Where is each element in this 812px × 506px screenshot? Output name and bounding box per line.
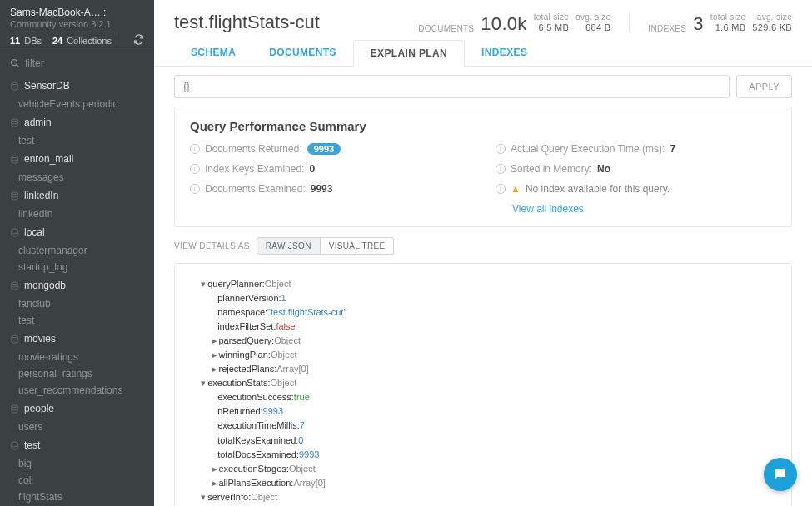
sidebar-coll-test[interactable]: test	[0, 132, 154, 149]
sidebar-coll-fanclub[interactable]: fanclub	[0, 295, 154, 312]
database-icon	[10, 82, 19, 91]
sidebar-db-movies[interactable]: movies	[0, 329, 154, 349]
content-area: Query Performance Summary i Documents Re…	[154, 107, 812, 506]
sidebar-db-enron_mail[interactable]: enron_mail	[0, 149, 154, 169]
help-fab[interactable]	[764, 458, 797, 491]
tab-explain-plan[interactable]: EXPLAIN PLAN	[353, 40, 465, 67]
row-sorted: i Sorted in Memory: No	[496, 163, 776, 175]
sidebar-coll-personal_ratings[interactable]: personal_ratings	[0, 365, 154, 382]
sidebar-db-test[interactable]: test	[0, 435, 154, 455]
collection-title: test.flightStats-cut	[174, 12, 398, 33]
keys-examined-label: Index Keys Examined:	[205, 163, 304, 175]
row-exec-time: i Actual Query Execution Time (ms): 7	[496, 143, 776, 155]
svg-point-3	[12, 118, 17, 121]
sidebar-db-people[interactable]: people	[0, 399, 154, 419]
db-label: SensorDB	[24, 80, 70, 92]
docs-returned-value: 9993	[307, 143, 341, 155]
tab-schema[interactable]: SCHEMA	[174, 40, 252, 66]
svg-point-4	[12, 155, 17, 157]
sidebar-coll-vehicleEvents.periodic[interactable]: vehicleEvents.periodic	[0, 96, 154, 112]
database-icon	[10, 404, 19, 414]
sidebar-db-SensorDB[interactable]: SensorDB	[0, 76, 154, 96]
db-label: admin	[24, 117, 52, 128]
stat-separator	[629, 12, 630, 32]
svg-line-1	[17, 65, 19, 67]
tab-bar: SCHEMA DOCUMENTS EXPLAIN PLAN INDEXES	[154, 40, 812, 67]
no-index-warning: No index available for this query.	[526, 183, 670, 195]
total-size-label: total size	[534, 12, 569, 22]
raw-json-button[interactable]: RAW JSON	[257, 237, 321, 255]
sidebar: Sams-MacBook-A… : Community version 3.2.…	[0, 0, 154, 506]
meta-sep: |	[46, 36, 48, 46]
meta-sep: |	[116, 36, 118, 46]
visual-tree-button[interactable]: VISUAL TREE	[321, 237, 395, 255]
idx-total-label: total size	[710, 12, 745, 22]
svg-point-7	[12, 281, 17, 284]
row-docs-returned: i Documents Returned: 9993	[190, 143, 471, 155]
exec-time-label: Actual Query Execution Time (ms):	[511, 143, 665, 155]
collection-stats: DOCUMENTS 10.0k total size6.5 MB avg. si…	[418, 12, 792, 33]
sidebar-coll-movie-ratings[interactable]: movie-ratings	[0, 349, 154, 365]
view-details-toggle: VIEW DETAILS AS RAW JSON VISUAL TREE	[174, 237, 792, 255]
sidebar-coll-flightStats[interactable]: flightStats	[0, 489, 154, 505]
sidebar-db-linkedIn[interactable]: linkedIn	[0, 186, 154, 206]
database-icon	[10, 335, 19, 344]
query-input[interactable]: {}	[174, 75, 730, 98]
idx-avg-label: avg. size	[757, 12, 792, 22]
sidebar-coll-startup_log[interactable]: startup_log	[0, 259, 154, 275]
explain-json-output: ▾queryPlanner:Object plannerVersion:1 na…	[174, 263, 792, 506]
db-label: mongodb	[24, 280, 66, 291]
db-label: local	[24, 226, 45, 238]
indexes-value: 3	[693, 15, 704, 33]
sidebar-coll-user_recommendations[interactable]: user_recommendations	[0, 382, 154, 399]
summary-title: Query Performance Summary	[190, 119, 776, 133]
colls-label: Collections	[67, 36, 112, 46]
sidebar-coll-big[interactable]: big	[0, 455, 154, 472]
info-icon: i	[190, 164, 200, 174]
chat-icon	[773, 467, 788, 482]
query-bar: {} APPLY	[154, 67, 812, 107]
db-label: enron_mail	[24, 153, 73, 165]
tab-indexes[interactable]: INDEXES	[465, 40, 544, 66]
connection-meta: 11 DBs | 24 Collections |	[10, 34, 144, 47]
exec-time-value: 7	[670, 143, 675, 155]
info-icon: i	[496, 164, 506, 174]
svg-point-0	[12, 60, 17, 66]
sidebar-coll-messages[interactable]: messages	[0, 169, 154, 186]
tab-documents[interactable]: DOCUMENTS	[252, 40, 353, 66]
apply-button[interactable]: APPLY	[736, 75, 792, 98]
info-icon: i	[496, 184, 506, 194]
sidebar-coll-clustermanager[interactable]: clustermanager	[0, 242, 154, 259]
sidebar-coll-test[interactable]: test	[0, 312, 154, 329]
avg-size-label: avg. size	[575, 12, 610, 22]
info-icon: i	[190, 144, 200, 154]
search-icon	[10, 58, 20, 68]
idx-avg-value: 529.6 KB	[752, 22, 792, 33]
sidebar-db-admin[interactable]: admin	[0, 112, 154, 132]
sidebar-coll-coll[interactable]: coll	[0, 472, 154, 489]
colls-count: 24	[52, 36, 62, 46]
refresh-icon[interactable]	[133, 34, 144, 47]
database-icon	[10, 155, 19, 164]
database-icon	[10, 441, 19, 450]
connection-host: Sams-MacBook-A… :	[10, 7, 144, 18]
database-icon	[10, 118, 19, 127]
sidebar-db-mongodb[interactable]: mongodb	[0, 275, 154, 295]
database-icon	[10, 228, 19, 237]
view-details-label: VIEW DETAILS AS	[174, 241, 250, 251]
stat-indexes: INDEXES 3 total size1.6 MB avg. size529.…	[648, 12, 792, 33]
database-icon	[10, 191, 19, 201]
filter-row[interactable]: filter	[0, 52, 154, 74]
sorted-value: No	[597, 163, 610, 175]
warning-icon: ▲	[511, 183, 521, 195]
sidebar-connection-info: Sams-MacBook-A… : Community version 3.2.…	[0, 0, 154, 52]
sidebar-coll-linkedIn[interactable]: linkedIn	[0, 206, 154, 222]
sidebar-coll-users[interactable]: users	[0, 419, 154, 435]
row-no-index: i ▲ No index available for this query.	[496, 183, 776, 195]
sidebar-db-local[interactable]: local	[0, 222, 154, 242]
indexes-label: INDEXES	[648, 24, 686, 33]
docs-examined-value: 9993	[311, 183, 333, 195]
docs-examined-label: Documents Examined:	[205, 183, 306, 195]
view-all-indexes-link[interactable]: View all indexes	[512, 203, 584, 215]
sorted-label: Sorted in Memory:	[511, 163, 592, 175]
